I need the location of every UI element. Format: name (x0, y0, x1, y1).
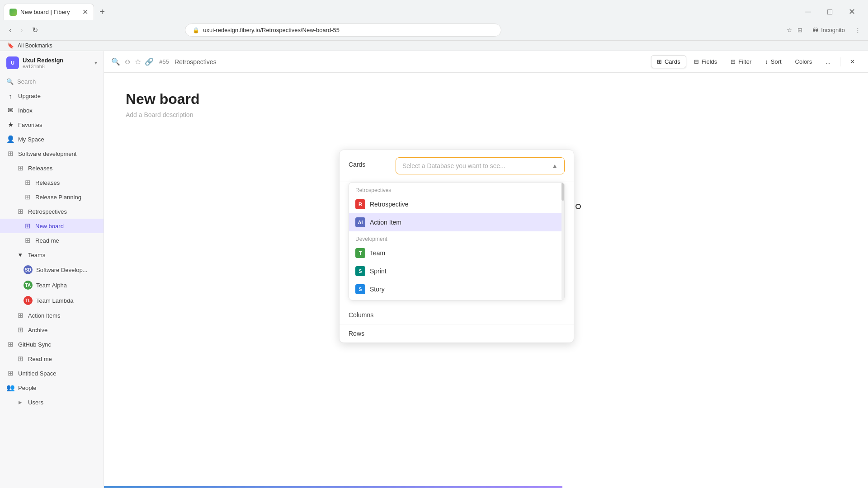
workspace-header[interactable]: U Uxui Redesign ea131bb8 ▾ (0, 51, 104, 75)
tab-close-button[interactable]: ✕ (82, 8, 88, 16)
rows-row: Rows (340, 324, 574, 343)
dropdown-item-action-item[interactable]: AI Action Item (349, 213, 564, 231)
active-tab[interactable]: New board | Fibery ✕ (4, 4, 94, 20)
sidebar-item-release-planning[interactable]: ⊞ Release Planning (0, 190, 104, 204)
story-icon: S (355, 284, 365, 294)
minimize-button[interactable]: ─ (802, 5, 815, 19)
database-select-field[interactable]: Select a Database you want to see... ▲ (396, 157, 565, 174)
sidebar-item-releases-section[interactable]: ⊞ Releases (0, 161, 104, 175)
filter-label: Filter (738, 58, 751, 65)
action-item-label: Action Item (370, 219, 401, 226)
archive-icon: ⊞ (16, 326, 24, 334)
new-tab-button[interactable]: + (96, 5, 108, 18)
dropdown-item-story[interactable]: S Story (349, 280, 564, 298)
sidebar-item-software-develop[interactable]: SD Software Develop... (0, 262, 104, 277)
bookmarks-icon: 🔖 (7, 42, 14, 49)
bookmark-star-icon[interactable]: ☆ (787, 27, 792, 33)
topbar-breadcrumb[interactable]: Retrospectives (175, 58, 217, 66)
retrospective-icon: R (355, 199, 365, 209)
fields-button[interactable]: ⊟ Fields (688, 55, 723, 68)
topbar-link-icon[interactable]: 🔗 (145, 57, 154, 66)
maximize-button[interactable]: □ (824, 5, 836, 19)
dropdown-item-team[interactable]: T Team (349, 244, 564, 262)
topbar-search-icon[interactable]: 🔍 (111, 57, 120, 66)
sidebar-item-users[interactable]: ▸ Users (0, 395, 104, 409)
sidebar-item-read-me[interactable]: ⊞ Read me (0, 233, 104, 248)
page-description[interactable]: Add a Board description (126, 111, 846, 118)
sidebar-item-inbox[interactable]: ✉ Inbox (0, 103, 104, 117)
cards-grid-icon: ⊞ (657, 58, 662, 65)
sidebar-item-new-board[interactable]: ⊞ New board (0, 219, 104, 233)
team-alpha-avatar: TA (24, 281, 33, 290)
sidebar-item-team-lambda[interactable]: TL Team Lambda (0, 293, 104, 308)
back-button[interactable]: ‹ (7, 24, 13, 36)
teams-label: Teams (28, 252, 45, 258)
team-lambda-avatar: TL (24, 296, 33, 305)
workspace-avatar: U (6, 56, 19, 69)
sidebar-item-archive[interactable]: ⊞ Archive (0, 323, 104, 337)
dropdown-item-sprint[interactable]: S Sprint (349, 262, 564, 280)
url-bar[interactable]: 🔒 uxui-redesign.fibery.io/Retrospectives… (185, 23, 501, 37)
main-content: 🔍 ☺ ☆ 🔗 #55 Retrospectives ⊞ Cards ⊟ Fie… (104, 51, 868, 488)
workspace-info: Uxui Redesign ea131bb8 (23, 57, 91, 69)
incognito-label: Incognito (821, 27, 845, 33)
fields-icon: ⊟ (694, 58, 699, 65)
profile-button[interactable]: 🕶 Incognito (808, 25, 849, 35)
topbar-divider (840, 57, 840, 66)
filter-button[interactable]: ⊟ Filter (725, 55, 757, 68)
scrollbar-thumb[interactable] (561, 183, 564, 201)
sidebar-item-myspace[interactable]: 👤 My Space (0, 132, 104, 146)
sidebar-item-releases[interactable]: ⊞ Releases (0, 175, 104, 190)
close-panel-button[interactable]: ✕ (844, 55, 861, 68)
sort-button[interactable]: ↕ Sort (759, 55, 787, 68)
upgrade-label: Upgrade (18, 93, 41, 99)
untitled-space-icon: ⊞ (6, 369, 14, 377)
dropdown-item-retrospective[interactable]: R Retrospective (349, 195, 564, 213)
github-sync-label: GitHub Sync (18, 341, 51, 348)
topbar-emoji-icon[interactable]: ☺ (124, 58, 131, 66)
close-window-button[interactable]: ✕ (845, 5, 859, 19)
workspace-sub: ea131bb8 (23, 64, 91, 69)
sprint-label: Sprint (370, 267, 387, 275)
sidebar: U Uxui Redesign ea131bb8 ▾ 🔍 Search ↑ Up… (0, 51, 104, 488)
software-develop-avatar: SD (24, 265, 33, 274)
sidebar-item-untitled-space[interactable]: ⊞ Untitled Space (0, 366, 104, 380)
users-label: Users (28, 399, 43, 406)
select-placeholder: Select a Database you want to see... (402, 162, 505, 169)
users-icon: ▸ (16, 398, 24, 406)
sidebar-item-teams[interactable]: ▾ Teams (0, 248, 104, 262)
sort-label: Sort (771, 58, 782, 65)
sidebar-item-software-dev[interactable]: ⊞ Software development (0, 146, 104, 161)
topbar-star-icon[interactable]: ☆ (135, 57, 141, 66)
myspace-label: My Space (18, 136, 44, 143)
people-icon: 👥 (6, 384, 14, 392)
close-icon: ✕ (850, 58, 855, 65)
favorites-icon: ★ (6, 121, 14, 129)
team-db-icon: T (355, 248, 365, 258)
sidebar-item-github-sync[interactable]: ⊞ GitHub Sync (0, 337, 104, 352)
extension-icon[interactable]: ⊞ (797, 27, 802, 33)
search-label: Search (17, 78, 36, 85)
forward-button[interactable]: › (19, 24, 24, 36)
colors-button[interactable]: Colors (789, 55, 818, 68)
action-items-label: Action Items (28, 312, 61, 319)
sidebar-item-team-alpha[interactable]: TA Team Alpha (0, 277, 104, 293)
inbox-icon: ✉ (6, 106, 14, 114)
more-button[interactable]: ... (820, 55, 836, 68)
refresh-button[interactable]: ↻ (30, 24, 40, 36)
topbar-icons: 🔍 ☺ ☆ 🔗 (111, 57, 154, 66)
sidebar-item-favorites[interactable]: ★ Favorites (0, 117, 104, 132)
team-db-label: Team (370, 249, 385, 257)
sidebar-item-read-me2[interactable]: ⊞ Read me (0, 352, 104, 366)
columns-row: Columns (340, 306, 574, 324)
sidebar-item-action-items[interactable]: ⊞ Action Items (0, 308, 104, 323)
workspace-name: Uxui Redesign (23, 57, 91, 64)
sidebar-item-people[interactable]: 👥 People (0, 380, 104, 395)
dropdown-item-bug[interactable]: B Bug (349, 298, 564, 300)
cards-button[interactable]: ⊞ Cards (651, 55, 686, 68)
sidebar-item-upgrade[interactable]: ↑ Upgrade (0, 89, 104, 103)
sidebar-item-retrospectives[interactable]: ⊞ Retrospectives (0, 204, 104, 219)
search-bar[interactable]: 🔍 Search (0, 75, 104, 89)
menu-button[interactable]: ⋮ (855, 27, 861, 33)
select-chevron-icon: ▲ (552, 162, 558, 169)
